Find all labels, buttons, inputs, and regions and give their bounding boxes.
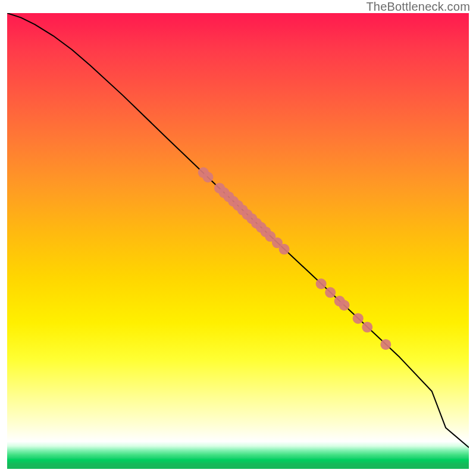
chart-container: TheBottleneck.com [0,0,476,476]
plot-area [7,13,469,469]
attribution-label: TheBottleneck.com [366,0,470,14]
curve-marker [203,172,214,183]
curve-marker [339,300,349,311]
curve-marker [380,339,391,350]
curve-marker [279,244,290,255]
bottleneck-curve-path [7,13,469,447]
curve-marker [362,322,372,333]
curve-marker [316,278,327,289]
curve-marker [353,313,364,324]
curve-marker [325,287,336,298]
bottleneck-curve [7,13,469,447]
chart-svg-overlay [7,13,469,469]
